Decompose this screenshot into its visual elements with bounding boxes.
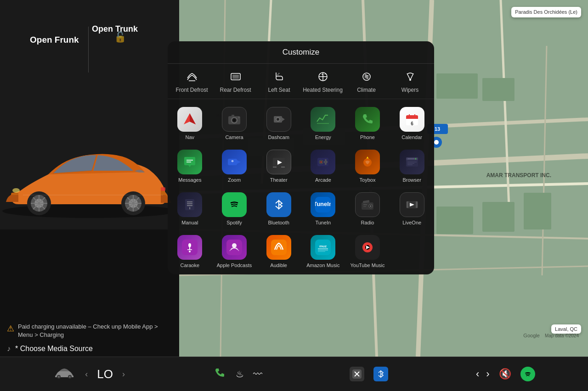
phone-icon	[355, 107, 380, 132]
app-tunein[interactable]: TuneIn TuneIn	[301, 187, 345, 229]
nav-icon	[177, 107, 202, 132]
app-podcasts[interactable]: Apple Podcasts	[212, 229, 257, 272]
taskbar-center	[350, 367, 388, 381]
quick-climate[interactable]: Climate	[345, 68, 388, 94]
app-theater[interactable]: Theater	[256, 144, 301, 187]
bluetooth-icon	[266, 192, 291, 217]
frunk-icon: 🔓	[114, 31, 126, 43]
quick-left-seat[interactable]: Left Seat	[257, 68, 301, 94]
app-radio[interactable]: Radio	[345, 187, 390, 229]
liveone-icon	[400, 192, 424, 217]
taskbar-lo-left-arrow[interactable]: ‹	[85, 369, 88, 379]
app-youtube-music[interactable]: YouTube Music	[345, 229, 390, 272]
karaoke-icon	[177, 235, 202, 260]
taskbar-x-icon[interactable]	[350, 367, 364, 381]
svg-point-55	[409, 79, 411, 81]
taskbar-lo-right-arrow[interactable]: ›	[122, 369, 125, 379]
taskbar-nav-arrows: ‹ ›	[476, 368, 490, 380]
arcade-icon	[311, 150, 335, 174]
app-spotify[interactable]: Spotify	[212, 187, 257, 229]
dashcam-label: Dashcam	[268, 134, 289, 140]
svg-point-22	[434, 140, 439, 145]
quick-wipers[interactable]: Wipers	[388, 68, 432, 94]
left-seat-icon	[272, 68, 286, 85]
taskbar-phone-icon[interactable]	[213, 366, 226, 382]
app-liveone[interactable]: LiveOne	[390, 187, 434, 229]
open-frunk-label[interactable]: Open Frunk	[30, 34, 79, 46]
toybox-icon	[355, 150, 380, 174]
taskbar-bluetooth-icon[interactable]	[373, 367, 388, 381]
customize-title: Customize	[283, 48, 319, 56]
app-manual[interactable]: i Manual	[168, 187, 212, 229]
app-calendar[interactable]: 6 Calendar	[390, 101, 434, 144]
taskbar-seat-heat-icon[interactable]: ♨	[236, 369, 244, 380]
svg-point-86	[325, 163, 327, 165]
app-messages[interactable]: Messages	[168, 144, 212, 187]
theater-icon	[266, 150, 291, 174]
svg-point-135	[69, 376, 71, 378]
lo-label: LO	[97, 367, 113, 381]
youtube-music-label: YouTube Music	[350, 263, 384, 268]
car-image	[0, 119, 186, 220]
audible-icon	[266, 235, 291, 260]
customize-header: Customize	[168, 41, 434, 64]
quick-heated-steering[interactable]: Heated Steering	[301, 68, 345, 94]
app-bluetooth[interactable]: Bluetooth	[256, 187, 301, 229]
manual-icon: i	[177, 192, 202, 217]
calendar-icon: 6	[400, 107, 424, 132]
app-karaoke[interactable]: Caraoke	[168, 229, 212, 272]
svg-text:TuneIn: TuneIn	[315, 201, 331, 207]
app-nav[interactable]: Nav	[168, 101, 212, 144]
nav-label: Nav	[186, 134, 195, 140]
app-audible[interactable]: Audible	[256, 229, 301, 272]
tunein-label: TuneIn	[315, 220, 331, 226]
app-camera[interactable]: Camera	[212, 101, 257, 144]
front-defrost-label: Front Defrost	[175, 87, 208, 94]
app-amazon-music[interactable]: muz Amazon Music	[301, 229, 345, 272]
climate-label: Climate	[357, 87, 376, 94]
quick-front-defrost[interactable]: Front Defrost	[170, 68, 214, 94]
zoom-label: Zoom	[228, 177, 241, 183]
car-icon-taskbar[interactable]	[53, 367, 76, 381]
taskbar-spotify-icon[interactable]	[520, 367, 535, 381]
svg-rect-92	[407, 158, 415, 159]
svg-marker-75	[237, 160, 241, 164]
lo-display: LO	[97, 367, 113, 381]
customize-panel: Customize Front Defrost	[168, 41, 434, 274]
map-text-amar: AMAR TRANSPORT INC.	[486, 172, 551, 179]
app-zoom[interactable]: Zoom	[212, 144, 257, 187]
warning-text: Paid charging unavailable – Check unp Mo…	[18, 323, 172, 339]
svg-point-119	[189, 251, 191, 252]
quick-rear-defrost[interactable]: Rear Defrost	[214, 68, 257, 94]
app-energy[interactable]: Energy	[301, 101, 345, 144]
app-browser[interactable]: Browser	[390, 144, 434, 187]
manual-label: Manual	[181, 220, 198, 226]
taskbar-center-left: ♨ 〰	[213, 366, 262, 382]
app-phone[interactable]: Phone	[345, 101, 390, 144]
arcade-label: Arcade	[315, 177, 331, 183]
app-toybox[interactable]: Toybox	[345, 144, 390, 187]
app-grid: Nav Camera	[168, 99, 434, 275]
wipers-label: Wipers	[401, 87, 418, 94]
taskbar-forward-button[interactable]: ›	[486, 368, 489, 380]
app-dashcam[interactable]: Dashcam	[256, 101, 301, 144]
svg-text:i: i	[189, 206, 190, 210]
svg-rect-16	[436, 207, 473, 234]
svg-text:muz: muz	[319, 244, 327, 248]
browser-icon	[400, 150, 424, 174]
taskbar-volume-icon[interactable]: 🔇	[499, 368, 511, 380]
theater-label: Theater	[270, 177, 288, 183]
liveone-label: LiveOne	[402, 220, 421, 226]
dashcam-icon	[266, 107, 291, 132]
svg-text:13: 13	[435, 126, 440, 132]
media-row[interactable]: ♪ * Choose Media Source	[7, 345, 172, 353]
taskbar-back-button[interactable]: ‹	[476, 368, 479, 380]
media-title: * Choose Media Source	[15, 345, 93, 353]
svg-marker-62	[282, 117, 285, 121]
taskbar-heat-wave-icon[interactable]: 〰	[253, 369, 262, 380]
bluetooth-label: Bluetooth	[268, 220, 289, 226]
energy-label: Energy	[315, 134, 331, 140]
radio-icon	[355, 192, 380, 217]
app-arcade[interactable]: Arcade	[301, 144, 345, 187]
svg-point-134	[58, 376, 60, 378]
